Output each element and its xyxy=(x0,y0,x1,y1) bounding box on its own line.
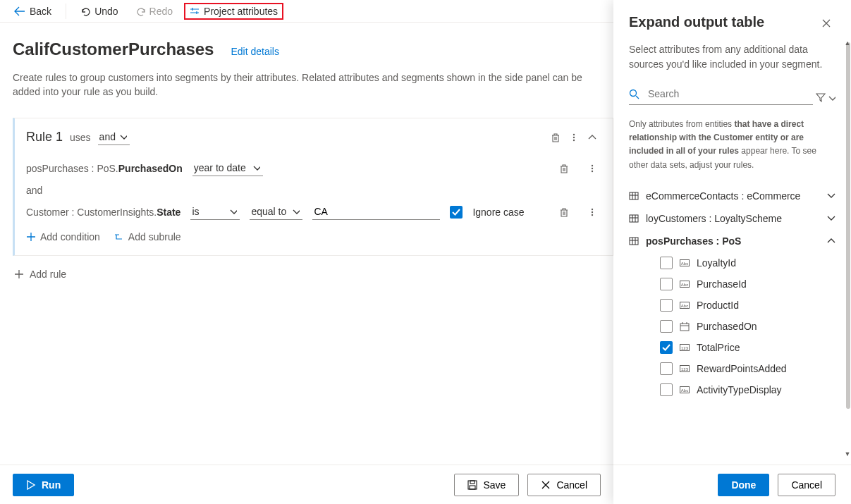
entity-row[interactable]: eCommerceContacts : eCommerce xyxy=(629,185,835,207)
add-condition-button[interactable]: Add condition xyxy=(26,231,100,242)
attribute-checkbox[interactable] xyxy=(660,383,673,396)
attribute-item[interactable]: PurchasedOn xyxy=(629,316,835,337)
delete-rule-button[interactable] xyxy=(546,128,565,147)
subrule-icon xyxy=(114,233,124,241)
condition-row-1: posPurchases : PoS.PurchasedOn year to d… xyxy=(26,159,601,178)
condition-2-more-button[interactable] xyxy=(583,203,601,221)
attribute-label: PurchasedOn xyxy=(697,321,757,332)
condition-1-operator-value: year to date xyxy=(194,162,246,173)
panel-done-label: Done xyxy=(731,479,756,491)
attribute-item[interactable]: TotalPrice xyxy=(629,337,835,358)
delete-condition-1-button[interactable] xyxy=(555,159,573,178)
attribute-item[interactable]: PurchaseId xyxy=(629,273,835,295)
chevron-down-icon xyxy=(230,208,237,215)
cancel-button[interactable]: Cancel xyxy=(527,474,601,496)
attribute-item[interactable]: RewardPointsAdded xyxy=(629,358,835,379)
condition-2-operator1-dropdown[interactable]: is xyxy=(190,204,240,220)
datatype-icon xyxy=(680,258,690,268)
attribute-checkbox[interactable] xyxy=(660,341,673,354)
panel-scrollbar[interactable]: ▲ ▼ xyxy=(844,0,851,504)
close-icon xyxy=(541,480,551,490)
attribute-item[interactable]: ActivityTypeDisplay xyxy=(629,379,835,400)
ignore-case-checkbox[interactable] xyxy=(450,206,463,219)
arrow-left-icon xyxy=(14,6,25,16)
redo-icon xyxy=(135,6,145,16)
rule-join-dropdown[interactable]: and xyxy=(98,130,130,145)
datatype-icon xyxy=(680,321,690,331)
close-icon xyxy=(821,18,831,28)
main-content: CalifCustomerPurchases Edit details Crea… xyxy=(0,23,613,280)
trash-icon xyxy=(559,207,569,217)
more-vertical-icon xyxy=(587,207,597,217)
undo-button[interactable]: Undo xyxy=(75,3,123,20)
add-rule-button[interactable]: Add rule xyxy=(14,269,613,280)
attribute-checkbox[interactable] xyxy=(660,278,673,290)
entity-row[interactable]: loyCustomers : LoyaltyScheme xyxy=(629,207,835,230)
undo-label: Undo xyxy=(94,6,118,17)
condition-2-operator2-dropdown[interactable]: equal to xyxy=(250,204,302,220)
back-button[interactable]: Back xyxy=(8,3,57,20)
attribute-label: LoyaltyId xyxy=(697,257,736,269)
datatype-icon xyxy=(680,364,690,374)
entity-row[interactable]: posPurchases : PoS xyxy=(629,230,835,252)
run-button[interactable]: Run xyxy=(13,474,74,496)
search-input[interactable] xyxy=(647,87,813,100)
condition-2-operator1-value: is xyxy=(192,206,199,217)
project-attributes-button[interactable]: Project attributes xyxy=(184,3,283,20)
rule-join-value: and xyxy=(99,131,116,142)
chevron-down-icon xyxy=(827,192,835,199)
panel-done-button[interactable]: Done xyxy=(718,474,769,496)
sliders-icon xyxy=(190,6,200,16)
chevron-down-icon xyxy=(828,94,835,101)
more-vertical-icon xyxy=(569,133,579,142)
toolbar-separator xyxy=(66,4,66,19)
add-subrule-label: Add subrule xyxy=(128,231,181,242)
scroll-down-arrow[interactable]: ▼ xyxy=(844,450,851,457)
edit-details-link[interactable]: Edit details xyxy=(231,46,278,57)
datatype-icon xyxy=(680,279,690,289)
rule-more-button[interactable] xyxy=(565,128,583,147)
redo-button[interactable]: Redo xyxy=(130,3,178,20)
plus-icon xyxy=(26,232,36,242)
attribute-item[interactable]: LoyaltyId xyxy=(629,252,835,273)
add-condition-label: Add condition xyxy=(40,231,100,242)
search-field[interactable] xyxy=(629,85,813,105)
attribute-checkbox[interactable] xyxy=(660,257,673,269)
condition-1-more-button[interactable] xyxy=(583,159,601,178)
add-subrule-button[interactable]: Add subrule xyxy=(114,231,181,242)
entity-list: eCommerceContacts : eCommerce loyCustome… xyxy=(629,185,835,400)
undo-icon xyxy=(80,6,90,16)
panel-cancel-label: Cancel xyxy=(791,479,822,491)
table-icon xyxy=(629,236,639,246)
trash-icon xyxy=(559,164,569,173)
collapse-rule-button[interactable] xyxy=(583,128,601,147)
run-label: Run xyxy=(42,479,61,491)
chevron-down-icon xyxy=(293,208,300,215)
attribute-checkbox[interactable] xyxy=(660,362,673,375)
rule-title: Rule 1 xyxy=(26,130,63,145)
condition-2-value-input[interactable] xyxy=(312,204,440,220)
play-icon xyxy=(26,480,36,490)
panel-cancel-button[interactable]: Cancel xyxy=(778,474,835,496)
redo-label: Redo xyxy=(149,6,173,17)
filter-button[interactable] xyxy=(816,92,835,105)
attribute-label: RewardPointsAdded xyxy=(697,363,787,374)
panel-description: Select attributes from any additional da… xyxy=(629,42,835,72)
attribute-checkbox[interactable] xyxy=(660,299,673,312)
save-icon xyxy=(467,480,477,490)
rule-card: Rule 1 uses and posPurchases : PoS.Purch… xyxy=(13,118,613,256)
condition-1-operator-dropdown[interactable]: year to date xyxy=(192,161,263,176)
panel-close-button[interactable] xyxy=(817,14,835,32)
scroll-up-arrow[interactable]: ▲ xyxy=(844,39,851,47)
datatype-icon xyxy=(680,343,690,352)
attribute-label: ActivityTypeDisplay xyxy=(697,384,782,395)
save-button[interactable]: Save xyxy=(454,474,519,496)
attribute-item[interactable]: ProductId xyxy=(629,295,835,316)
attribute-checkbox[interactable] xyxy=(660,320,673,333)
check-icon xyxy=(661,343,671,352)
datatype-icon xyxy=(680,385,690,395)
cancel-label: Cancel xyxy=(556,479,587,491)
condition-1-attribute: posPurchases : PoS.PurchasedOn xyxy=(26,163,183,174)
page-description: Create rules to group customers into seg… xyxy=(13,70,591,99)
delete-condition-2-button[interactable] xyxy=(555,203,573,221)
